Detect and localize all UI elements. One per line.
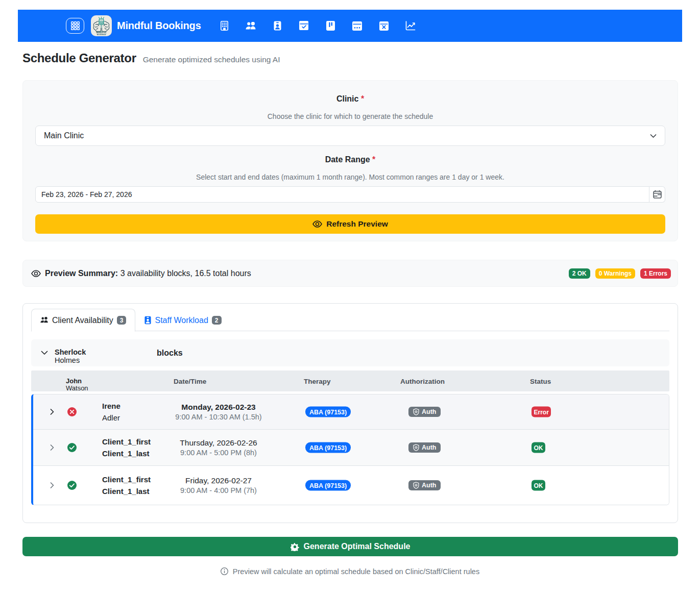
- svg-text:BOOKINGS: BOOKINGS: [97, 34, 106, 36]
